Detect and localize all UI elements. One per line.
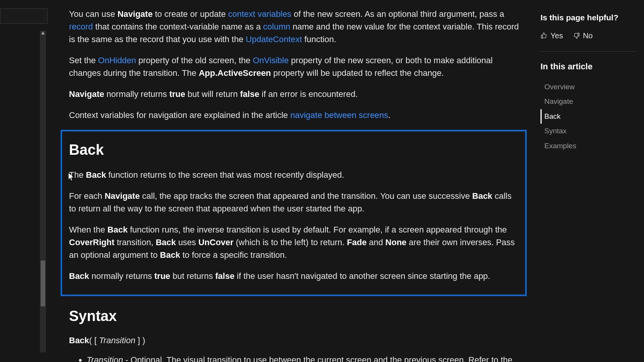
syntax-param-item: Transition - Optional. The visual transi… <box>87 354 521 362</box>
bold-navigate: Navigate <box>69 89 104 99</box>
toc-item-navigate[interactable]: Navigate <box>540 94 636 109</box>
text: property of the old screen, the <box>136 56 253 65</box>
link-onvisible[interactable]: OnVisible <box>253 56 289 65</box>
text: if an error is encountered. <box>259 89 358 99</box>
back-paragraph-2: For each Navigate call, the app tracks t… <box>69 190 518 215</box>
text: property will be updated to reflect the … <box>271 68 444 78</box>
link-navigate-between-screens[interactable]: navigate between screens <box>290 110 388 120</box>
right-sidebar: Is this page helpful? Yes No In this art… <box>540 11 636 153</box>
vertical-scrollbar[interactable] <box>40 31 46 352</box>
link-record[interactable]: record <box>69 22 93 31</box>
syntax-close: ] ) <box>135 336 145 345</box>
intro-paragraph-3: Navigate normally returns true but will … <box>69 88 521 100</box>
text: function runs, the inverse transition is… <box>128 225 507 234</box>
scrollbar-thumb[interactable] <box>41 260 45 306</box>
bold-navigate: Navigate <box>105 191 140 201</box>
text: that contains the context-variable name … <box>93 22 263 31</box>
syntax-param: Transition <box>99 336 135 345</box>
param-name: Transition <box>87 355 123 362</box>
intro-paragraph-1: You can use Navigate to create or update… <box>69 8 521 46</box>
bold-true: true <box>169 89 186 99</box>
intro-paragraph-2: Set the OnHidden property of the old scr… <box>69 54 521 79</box>
text: normally returns <box>89 271 154 281</box>
text: For each <box>69 191 105 201</box>
bold-back: Back <box>156 238 176 247</box>
text: . <box>388 110 391 120</box>
text: When the <box>69 225 107 234</box>
bold-false: false <box>215 271 235 281</box>
text: but will return <box>185 89 240 99</box>
back-paragraph-1: The Back function returns to the screen … <box>69 169 518 181</box>
scroll-up-icon[interactable] <box>41 31 45 34</box>
text: function. <box>302 34 336 44</box>
toc-item-back[interactable]: Back <box>540 109 636 124</box>
text: call, the app tracks the screen that app… <box>140 191 472 201</box>
syntax-open: ( [ <box>89 336 99 345</box>
feedback-yes-label: Yes <box>550 30 563 41</box>
feedback-title: Is this page helpful? <box>540 11 636 24</box>
link-context-variables[interactable]: context variables <box>228 9 291 19</box>
bold-back: Back <box>86 170 106 180</box>
syntax-param-list: Transition - Optional. The visual transi… <box>69 354 521 362</box>
syntax-signature: Back( [ Transition ] ) <box>69 334 521 347</box>
text: of the new screen. As an optional third … <box>291 9 504 19</box>
article-content: You can use Navigate to create or update… <box>69 8 521 362</box>
text: (which is to the left) to return. <box>233 238 347 247</box>
link-updatecontext[interactable]: UpdateContext <box>246 34 302 44</box>
text: and <box>366 238 385 247</box>
toc-title: In this article <box>540 60 636 73</box>
toc-list: Overview Navigate Back Syntax Examples <box>540 80 636 154</box>
bold-none: None <box>385 238 406 247</box>
text: to create or update <box>153 9 228 19</box>
text: Context variables for navigation are exp… <box>69 110 290 120</box>
text: transition, <box>115 238 156 247</box>
text: The <box>69 170 86 180</box>
text: but returns <box>170 271 215 281</box>
back-paragraph-4: Back normally returns true but returns f… <box>69 270 518 282</box>
syntax-fn-name: Back <box>69 336 89 345</box>
thumbs-down-icon <box>573 32 580 39</box>
feedback-no-button[interactable]: No <box>573 30 593 41</box>
bold-uncover: UnCover <box>198 238 233 247</box>
toc-item-syntax[interactable]: Syntax <box>540 124 636 139</box>
search-input[interactable] <box>0 8 48 24</box>
text: if the user hasn't navigated to another … <box>235 271 490 281</box>
back-paragraph-3: When the Back function runs, the inverse… <box>69 223 518 261</box>
param-desc: - Optional. The visual transition to use… <box>87 355 515 362</box>
bold-back: Back <box>69 271 89 281</box>
feedback-buttons: Yes No <box>540 30 636 41</box>
bold-back: Back <box>160 250 180 260</box>
intro-paragraph-4: Context variables for navigation are exp… <box>69 109 521 121</box>
back-heading: Back <box>69 139 518 161</box>
text: uses <box>176 238 199 247</box>
link-onhidden[interactable]: OnHidden <box>98 56 136 65</box>
text: You can use <box>69 9 117 19</box>
text: function returns to the screen that was … <box>106 170 344 180</box>
feedback-no-label: No <box>583 30 593 41</box>
feedback-yes-button[interactable]: Yes <box>540 30 563 41</box>
text: normally returns <box>104 89 169 99</box>
thumbs-up-icon <box>540 32 547 39</box>
bold-false: false <box>240 89 259 99</box>
bold-coverright: CoverRight <box>69 238 115 247</box>
toc-item-overview[interactable]: Overview <box>540 80 636 95</box>
bold-fade: Fade <box>347 238 366 247</box>
text: Set the <box>69 56 98 65</box>
syntax-heading: Syntax <box>69 305 521 327</box>
bold-back: Back <box>472 191 493 201</box>
bold-back: Back <box>107 225 128 234</box>
back-section-highlight: Back The Back function returns to the sc… <box>61 130 527 296</box>
sidebar-divider <box>540 51 636 52</box>
toc-item-examples[interactable]: Examples <box>540 139 636 154</box>
bold-activescreen: App.ActiveScreen <box>199 68 271 78</box>
bold-true: true <box>154 271 171 281</box>
text: to force a specific transition. <box>180 250 287 260</box>
bold-navigate: Navigate <box>117 9 153 19</box>
link-column[interactable]: column <box>263 22 290 31</box>
